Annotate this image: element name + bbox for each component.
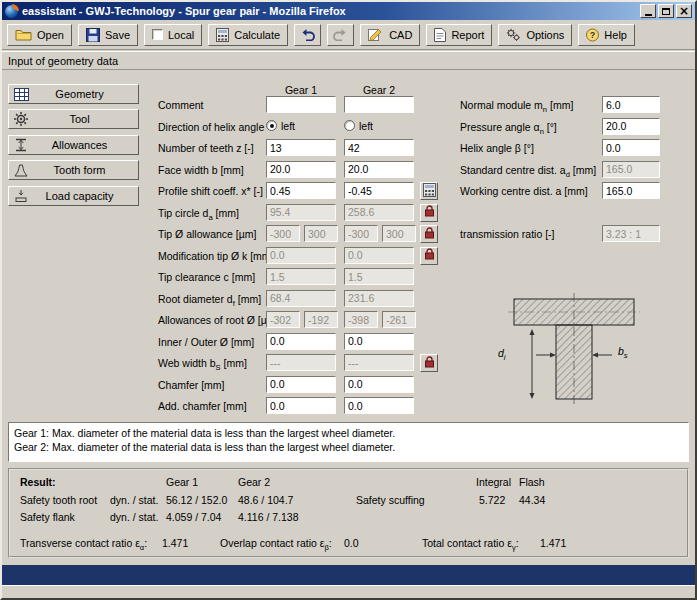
add-chamfer-gear2-input[interactable] xyxy=(344,397,414,414)
close-icon: × xyxy=(679,6,689,16)
field-label: Number of teeth z [-] xyxy=(158,142,254,154)
result-row-label: Safety scuffing xyxy=(356,494,425,506)
form-row-tip-modification: Modification tip Ø k [mm] xyxy=(158,246,448,268)
param-row-transmission-ratio: transmission ratio [-] xyxy=(460,224,692,246)
profile-shift-calculator-button[interactable] xyxy=(420,182,438,200)
comment-gear1-input[interactable] xyxy=(266,96,336,113)
maximize-button[interactable] xyxy=(658,4,674,18)
sidebar-item-tool[interactable]: Tool xyxy=(8,109,139,129)
options-gears-icon xyxy=(506,28,521,42)
teeth-gear1-input[interactable] xyxy=(266,139,336,156)
helix-direction-gear1-radio[interactable]: left xyxy=(266,120,295,132)
result-value: 4.116 / 7.138 xyxy=(238,511,299,523)
helix-angle-input[interactable] xyxy=(602,139,660,156)
warning-message-gear2: Gear 2: Max. diameter of the material da… xyxy=(14,440,683,454)
results-title: Result: xyxy=(20,476,56,488)
comment-gear2-input[interactable] xyxy=(344,96,414,113)
helix-direction-gear2-radio[interactable]: left xyxy=(344,120,373,132)
sidebar-item-load-capacity[interactable]: Load capacity xyxy=(8,186,139,206)
field-label: Direction of helix angle xyxy=(158,121,264,133)
inner-outer-gear2-input[interactable] xyxy=(344,333,414,350)
normal-module-input[interactable] xyxy=(602,96,660,113)
open-button-label: Open xyxy=(37,29,64,41)
save-floppy-icon xyxy=(86,28,100,42)
pressure-angle-input[interactable] xyxy=(602,118,660,135)
tip-allowance-gear2-lower-input xyxy=(344,225,378,242)
window-status-strip xyxy=(2,585,695,598)
maximize-icon xyxy=(662,8,670,15)
result-value: 56.12 / 152.0 xyxy=(166,494,227,506)
field-label: Add. chamfer [mm] xyxy=(158,400,247,412)
titlebar: eassistant - GWJ-Technology - Spur gear … xyxy=(2,2,695,20)
app-window: eassistant - GWJ-Technology - Spur gear … xyxy=(0,0,697,600)
load-icon xyxy=(12,189,30,203)
sidebar-item-allowances[interactable]: Allowances xyxy=(8,135,139,155)
sidebar-item-tooth-form[interactable]: Tooth form xyxy=(8,160,139,180)
minimize-button[interactable] xyxy=(640,4,656,18)
chamfer-gear1-input[interactable] xyxy=(266,376,336,393)
open-button[interactable]: Open xyxy=(7,24,72,46)
form-row-inner-outer: Inner / Outer Ø [mm] xyxy=(158,332,448,354)
form-row-web-width: Web width bS [mm] xyxy=(158,353,448,375)
results-panel: Result: Gear 1 Gear 2 Integral Flash Saf… xyxy=(8,468,689,558)
options-button[interactable]: Options xyxy=(498,24,572,46)
tip-circle-lock-button[interactable] xyxy=(420,204,438,222)
form-row-root-allowances: Allowances of root Ø [µm] xyxy=(158,310,448,332)
teeth-gear2-input[interactable] xyxy=(344,139,414,156)
radio-label: left xyxy=(281,120,295,132)
chamfer-gear2-input[interactable] xyxy=(344,376,414,393)
local-checkbox[interactable] xyxy=(152,29,163,40)
profile-shift-gear2-input[interactable] xyxy=(344,182,414,199)
field-label: Working centre dist. a [mm] xyxy=(460,185,588,197)
local-toggle-button[interactable]: Local xyxy=(144,24,202,46)
inner-outer-gear1-input[interactable] xyxy=(266,333,336,350)
root-allowances-gear1-lower-input xyxy=(266,311,300,328)
calculate-button-label: Calculate xyxy=(234,29,280,41)
profile-shift-gear1-input[interactable] xyxy=(266,182,336,199)
param-row-working-centre-distance: Working centre dist. a [mm] xyxy=(460,181,692,203)
root-allowances-gear2-upper-input xyxy=(382,311,416,328)
undo-button[interactable] xyxy=(294,24,321,46)
tip-allowance-gear1-lower-input xyxy=(266,225,300,242)
warning-message-gear1: Gear 1: Max. diameter of the material da… xyxy=(14,426,683,440)
calculator-icon xyxy=(216,28,229,42)
tip-allowance-lock-button[interactable] xyxy=(420,225,438,243)
tip-modification-gear1-input xyxy=(266,247,336,264)
web-width-lock-button[interactable] xyxy=(420,354,438,372)
sidebar-item-geometry[interactable]: Geometry xyxy=(8,84,139,104)
face-width-gear1-input[interactable] xyxy=(266,161,336,178)
cad-button[interactable]: CAD xyxy=(360,24,420,46)
report-document-icon xyxy=(434,28,446,42)
param-row-helix-angle: Helix angle β [°] xyxy=(460,138,692,160)
field-label: Tip circle da [mm] xyxy=(158,207,239,219)
result-row-label: Safety flank xyxy=(20,511,75,523)
tolerance-icon xyxy=(12,138,30,152)
field-label: Normal module mn [mm] xyxy=(460,99,573,111)
warning-message-box: Gear 1: Max. diameter of the material da… xyxy=(8,422,689,462)
lock-icon xyxy=(424,227,435,242)
working-centre-distance-input[interactable] xyxy=(602,182,660,199)
field-label: Tip clearance c [mm] xyxy=(158,271,255,283)
field-label: Standard centre dist. ad [mm] xyxy=(460,164,596,176)
redo-button xyxy=(327,24,354,46)
cad-button-label: CAD xyxy=(389,29,412,41)
tip-modification-lock-button[interactable] xyxy=(420,247,438,265)
contact-ratio-label: Transverse contact ratio εα: xyxy=(20,537,147,549)
face-width-gear2-input[interactable] xyxy=(344,161,414,178)
field-label: Modification tip Ø k [mm] xyxy=(158,250,274,262)
result-value: 48.6 / 104.7 xyxy=(238,494,293,506)
save-button[interactable]: Save xyxy=(78,24,138,46)
contact-ratio-label: Overlap contact ratio εβ: xyxy=(220,537,332,549)
report-button-label: Report xyxy=(451,29,484,41)
result-row-mode: dyn. / stat. xyxy=(110,494,158,506)
add-chamfer-gear1-input[interactable] xyxy=(266,397,336,414)
results-integral-header: Integral xyxy=(476,476,511,488)
help-button[interactable]: ? Help xyxy=(578,24,635,46)
close-button[interactable]: × xyxy=(676,4,692,18)
grid-icon xyxy=(12,88,30,101)
transmission-ratio-input xyxy=(602,225,660,242)
result-value: 4.059 / 7.04 xyxy=(166,511,221,523)
report-button[interactable]: Report xyxy=(426,24,492,46)
calculate-button[interactable]: Calculate xyxy=(208,24,288,46)
help-icon: ? xyxy=(586,28,599,42)
